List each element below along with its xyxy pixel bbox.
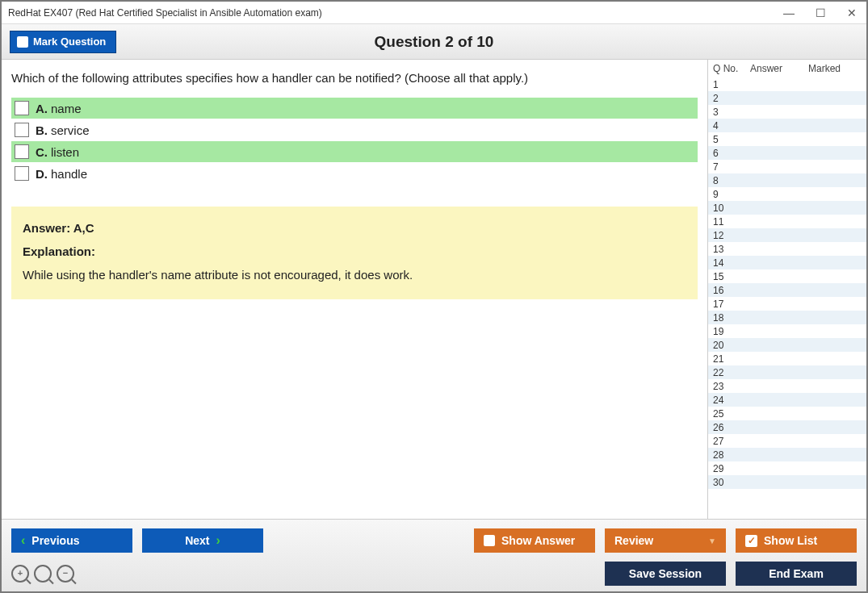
qno-cell: 6 — [708, 148, 745, 159]
option-letter: A. — [36, 102, 48, 115]
show-list-button[interactable]: ✓ Show List — [736, 528, 857, 553]
minimize-icon[interactable]: — — [780, 6, 798, 19]
app-window: RedHat EX407 (Red Hat Certified Speciali… — [0, 0, 868, 593]
question-list-panel: Q No. Answer Marked 12345678910111213141… — [707, 60, 866, 519]
question-list-row[interactable]: 4 — [708, 119, 866, 132]
qno-cell: 22 — [708, 367, 745, 378]
qno-cell: 10 — [708, 203, 745, 214]
previous-button[interactable]: ‹ Previous — [11, 528, 132, 553]
qno-cell: 29 — [708, 463, 745, 474]
col-header-qno: Q No. — [708, 63, 745, 74]
qno-cell: 7 — [708, 161, 745, 173]
question-list-body[interactable]: 1234567891011121314151617181920212223242… — [708, 77, 866, 519]
answer-box: Answer: A,C Explanation: While using the… — [11, 207, 698, 299]
question-list-row[interactable]: 13 — [708, 242, 866, 256]
mark-question-label: Mark Question — [33, 35, 106, 48]
qno-cell: 20 — [708, 340, 745, 351]
option-checkbox[interactable] — [15, 144, 29, 159]
maximize-icon[interactable]: ☐ — [812, 6, 829, 19]
end-exam-label: End Exam — [769, 567, 824, 580]
explanation-text: While using the handler's name attribute… — [23, 268, 686, 282]
toolbar: Mark Question Question 2 of 10 — [2, 24, 866, 60]
zoom-out-icon[interactable]: − — [57, 565, 74, 583]
question-list-row[interactable]: 15 — [708, 269, 866, 283]
checkbox-checked-icon: ✓ — [745, 535, 757, 547]
save-session-button[interactable]: Save Session — [605, 562, 726, 586]
review-button[interactable]: Review ▼ — [605, 528, 726, 553]
question-list-row[interactable]: 6 — [708, 146, 866, 160]
qno-cell: 23 — [708, 381, 745, 392]
question-list-row[interactable]: 17 — [708, 297, 866, 311]
option-checkbox[interactable] — [15, 101, 29, 115]
window-title: RedHat EX407 (Red Hat Certified Speciali… — [8, 7, 780, 19]
qno-cell: 1 — [708, 79, 745, 90]
option-row[interactable]: D. handle — [11, 163, 698, 184]
save-session-label: Save Session — [629, 567, 702, 580]
qno-cell: 24 — [708, 395, 745, 406]
zoom-reset-icon[interactable] — [34, 565, 52, 583]
option-checkbox[interactable] — [15, 166, 29, 181]
next-label: Next — [185, 534, 209, 547]
col-header-answer: Answer — [745, 63, 803, 74]
qno-cell: 15 — [708, 271, 745, 282]
question-list-row[interactable]: 5 — [708, 132, 866, 146]
qno-cell: 25 — [708, 408, 745, 420]
qno-cell: 12 — [708, 230, 745, 241]
question-list-row[interactable]: 19 — [708, 324, 866, 338]
question-list-row[interactable]: 9 — [708, 187, 866, 201]
end-exam-button[interactable]: End Exam — [736, 562, 857, 586]
show-answer-label: Show Answer — [501, 534, 575, 547]
question-list-row[interactable]: 12 — [708, 228, 866, 242]
question-list-row[interactable]: 25 — [708, 407, 866, 420]
question-list-row[interactable]: 8 — [708, 173, 866, 187]
question-list-row[interactable]: 2 — [708, 91, 866, 105]
qno-cell: 21 — [708, 353, 745, 365]
question-list-row[interactable]: 1 — [708, 77, 866, 91]
question-list-row[interactable]: 10 — [708, 201, 866, 215]
question-list-row[interactable]: 23 — [708, 379, 866, 393]
options-list: A. nameB. serviceC. listenD. handle — [11, 98, 698, 184]
question-list-row[interactable]: 14 — [708, 256, 866, 269]
question-list-row[interactable]: 7 — [708, 160, 866, 173]
question-list-row[interactable]: 24 — [708, 393, 866, 407]
question-text: Which of the following attributes specif… — [11, 71, 698, 85]
chevron-right-icon: › — [216, 533, 220, 548]
option-row[interactable]: B. service — [11, 119, 698, 140]
footer-row-1: ‹ Previous Next › Show Answer Review ▼ ✓… — [11, 528, 857, 553]
option-letter: B. — [36, 123, 48, 137]
next-button[interactable]: Next › — [142, 528, 263, 553]
qno-cell: 19 — [708, 326, 745, 337]
question-list-row[interactable]: 28 — [708, 448, 866, 461]
question-list-row[interactable]: 22 — [708, 365, 866, 379]
option-letter: C. — [36, 145, 48, 159]
qno-cell: 17 — [708, 299, 745, 310]
qno-cell: 16 — [708, 285, 745, 296]
question-list-row[interactable]: 20 — [708, 338, 866, 352]
option-text: listen — [51, 145, 79, 159]
title-bar: RedHat EX407 (Red Hat Certified Speciali… — [2, 2, 866, 24]
checkbox-icon — [17, 36, 28, 48]
close-icon[interactable]: ✕ — [844, 6, 860, 19]
question-list-row[interactable]: 27 — [708, 434, 866, 448]
option-checkbox[interactable] — [15, 123, 29, 137]
previous-label: Previous — [31, 534, 79, 547]
show-list-label: Show List — [764, 534, 817, 547]
question-list-row[interactable]: 11 — [708, 215, 866, 228]
show-answer-button[interactable]: Show Answer — [474, 528, 595, 553]
option-row[interactable]: C. listen — [11, 141, 698, 162]
qno-cell: 13 — [708, 244, 745, 255]
question-list-row[interactable]: 3 — [708, 105, 866, 119]
question-list-row[interactable]: 26 — [708, 420, 866, 434]
qno-cell: 4 — [708, 120, 745, 132]
question-list-row[interactable]: 30 — [708, 475, 866, 489]
question-list-row[interactable]: 16 — [708, 283, 866, 297]
option-row[interactable]: A. name — [11, 98, 698, 119]
mark-question-button[interactable]: Mark Question — [10, 31, 116, 53]
question-list-row[interactable]: 21 — [708, 352, 866, 365]
qno-cell: 28 — [708, 449, 745, 461]
question-list-row[interactable]: 29 — [708, 461, 866, 475]
question-list-row[interactable]: 18 — [708, 311, 866, 324]
question-list-header: Q No. Answer Marked — [708, 60, 866, 77]
question-panel: Which of the following attributes specif… — [2, 60, 707, 519]
zoom-in-icon[interactable]: + — [11, 565, 29, 583]
